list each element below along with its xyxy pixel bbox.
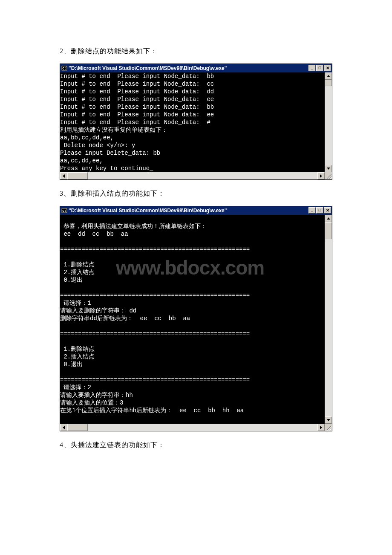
arrow-left-icon — [63, 174, 65, 178]
caption-delete-insert-node: 3、删除和插入结点的功能如下： — [60, 189, 332, 198]
console-output-2: 恭喜，利用头插法建立单链表成功！所建单链表如下： ee dd cc bb aa … — [60, 215, 325, 424]
horizontal-scrollbar-1[interactable] — [60, 172, 325, 179]
scroll-down-button[interactable] — [325, 165, 332, 172]
arrow-right-icon — [320, 174, 322, 178]
scroll-thumb-h[interactable] — [67, 424, 88, 431]
svg-text:c:\: c:\ — [62, 209, 67, 213]
maximize-button[interactable]: □ — [316, 65, 323, 71]
scroll-left-button[interactable] — [60, 424, 67, 431]
scroll-left-button[interactable] — [60, 172, 67, 179]
console-body-1: Input # to end Please input Node_data: b… — [60, 72, 332, 172]
minimize-button[interactable]: _ — [308, 65, 316, 71]
scroll-thumb[interactable] — [325, 222, 332, 239]
caption-head-insert: 4、头插法建立链表的功能如下： — [60, 441, 332, 450]
caption-delete-node: 2、删除结点的功能结果如下： — [60, 47, 332, 56]
scroll-thumb[interactable] — [325, 80, 332, 86]
titlebar-1: c:\ "D:\Microsoft Visual Studio\Common\M… — [60, 64, 332, 72]
arrow-right-icon — [320, 426, 322, 429]
vertical-scrollbar-1[interactable] — [325, 72, 332, 172]
scroll-thumb-h[interactable] — [67, 172, 88, 179]
scroll-track[interactable] — [325, 239, 332, 416]
console-body-2: 恭喜，利用头插法建立单链表成功！所建单链表如下： ee dd cc bb aa … — [60, 215, 332, 424]
horizontal-scrollbar-row-1 — [60, 172, 332, 179]
resize-grip-icon[interactable] — [325, 424, 332, 431]
scroll-down-button[interactable] — [325, 416, 332, 424]
console-window-2: c:\ "D:\Microsoft Visual Studio\Common\M… — [60, 206, 332, 431]
horizontal-scrollbar-2[interactable] — [60, 424, 325, 431]
console-output-1: Input # to end Please input Node_data: b… — [60, 72, 325, 172]
maximize-button[interactable]: □ — [316, 207, 323, 214]
minimize-button[interactable]: _ — [308, 207, 316, 214]
arrow-down-icon — [327, 168, 330, 170]
arrow-down-icon — [327, 419, 330, 421]
close-button[interactable]: ✕ — [324, 65, 331, 71]
scroll-up-button[interactable] — [325, 72, 332, 80]
close-button[interactable]: ✕ — [324, 207, 331, 214]
vertical-scrollbar-2[interactable] — [325, 215, 332, 424]
resize-grip-icon[interactable] — [325, 172, 332, 179]
titlebar-buttons-2: _ □ ✕ — [308, 207, 331, 214]
scroll-right-button[interactable] — [317, 172, 325, 179]
titlebar-text-1: "D:\Microsoft Visual Studio\Common\MSDev… — [69, 65, 227, 71]
scroll-right-button[interactable] — [317, 424, 325, 431]
svg-text:c:\: c:\ — [62, 66, 67, 70]
arrow-left-icon — [63, 426, 65, 429]
scroll-up-button[interactable] — [325, 215, 332, 222]
console-window-1: c:\ "D:\Microsoft Visual Studio\Common\M… — [60, 64, 332, 180]
horizontal-scrollbar-row-2 — [60, 424, 332, 431]
titlebar-2: c:\ "D:\Microsoft Visual Studio\Common\M… — [60, 206, 332, 215]
arrow-up-icon — [327, 75, 330, 77]
titlebar-buttons-1: _ □ ✕ — [308, 65, 331, 71]
cmd-prompt-icon: c:\ — [61, 208, 68, 214]
titlebar-text-2: "D:\Microsoft Visual Studio\Common\MSDev… — [69, 208, 227, 214]
arrow-up-icon — [327, 217, 330, 220]
scroll-track[interactable] — [325, 86, 332, 165]
cmd-prompt-icon: c:\ — [61, 65, 68, 71]
